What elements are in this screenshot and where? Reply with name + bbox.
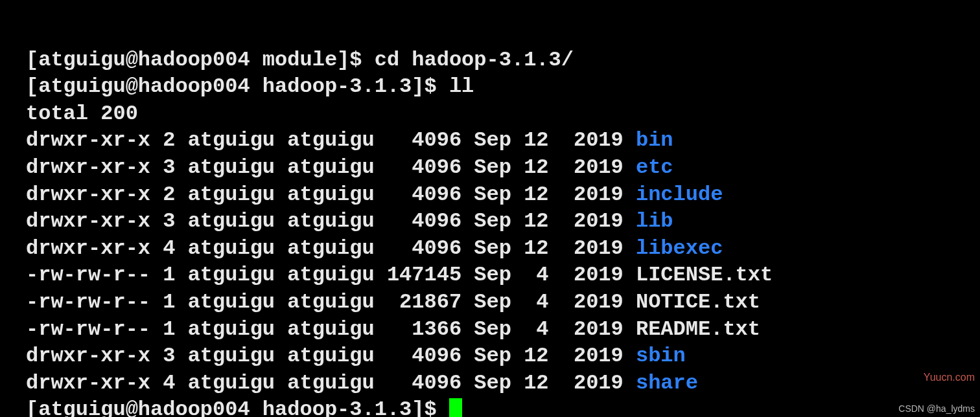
file-name: etc (636, 155, 673, 179)
list-row: drwxr-xr-x 2 atguigu atguigu 4096 Sep 12… (26, 128, 673, 152)
list-row: drwxr-xr-x 4 atguigu atguigu 4096 Sep 12… (26, 371, 698, 395)
file-name: LICENSE.txt (636, 263, 773, 287)
shell-prompt: [atguigu@hadoop004 module]$ (26, 48, 375, 72)
watermark-csdn: CSDN @ha_lydms (898, 403, 975, 414)
file-name: bin (636, 128, 673, 152)
file-name: libexec (636, 236, 723, 260)
list-row: -rw-rw-r-- 1 atguigu atguigu 1366 Sep 4 … (26, 317, 760, 341)
total-line: total 200 (26, 102, 138, 126)
list-row: drwxr-xr-x 2 atguigu atguigu 4096 Sep 12… (26, 183, 723, 207)
file-listing: drwxr-xr-x 2 atguigu atguigu 4096 Sep 12… (26, 127, 954, 396)
file-name: lib (636, 209, 673, 233)
list-row: -rw-rw-r-- 1 atguigu atguigu 21867 Sep 4… (26, 290, 760, 314)
shell-prompt: [atguigu@hadoop004 hadoop-3.1.3]$ (26, 74, 449, 98)
file-name: include (636, 183, 723, 207)
prompt-line-1: [atguigu@hadoop004 module]$ cd hadoop-3.… (26, 48, 574, 72)
terminal-output[interactable]: [atguigu@hadoop004 module]$ cd hadoop-3.… (0, 0, 980, 417)
list-row: drwxr-xr-x 3 atguigu atguigu 4096 Sep 12… (26, 155, 673, 179)
file-name: NOTICE.txt (636, 290, 760, 314)
shell-prompt: [atguigu@hadoop004 hadoop-3.1.3]$ (26, 398, 449, 417)
list-row: drwxr-xr-x 3 atguigu atguigu 4096 Sep 12… (26, 209, 673, 233)
terminal-cursor (449, 398, 462, 417)
file-name: README.txt (636, 317, 760, 341)
file-name: share (636, 371, 698, 395)
list-row: drwxr-xr-x 4 atguigu atguigu 4096 Sep 12… (26, 236, 723, 260)
command-ll: ll (449, 74, 474, 98)
file-name: sbin (636, 344, 686, 368)
command-cd: cd hadoop-3.1.3/ (375, 48, 574, 72)
list-row: -rw-rw-r-- 1 atguigu atguigu 147145 Sep … (26, 263, 773, 287)
watermark-yuucn: Yuucn.com (924, 371, 975, 385)
prompt-line-2: [atguigu@hadoop004 hadoop-3.1.3]$ ll (26, 74, 474, 98)
list-row: drwxr-xr-x 3 atguigu atguigu 4096 Sep 12… (26, 344, 686, 368)
prompt-line-final: [atguigu@hadoop004 hadoop-3.1.3]$ (26, 398, 462, 417)
